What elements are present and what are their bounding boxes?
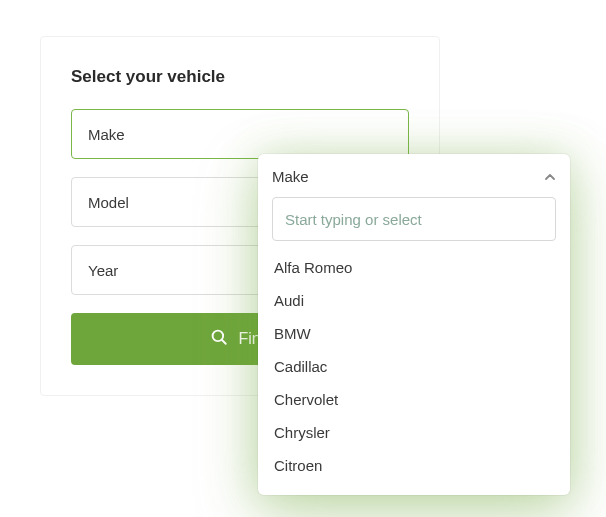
make-field[interactable]: Make [71, 109, 409, 159]
list-item[interactable]: Citroen [272, 449, 552, 482]
year-field-label: Year [88, 262, 118, 279]
dropdown-options-list[interactable]: Alfa Romeo Audi BMW Cadillac Chervolet C… [272, 251, 556, 487]
dropdown-search-input[interactable] [272, 197, 556, 241]
list-item[interactable]: Audi [272, 284, 552, 317]
make-dropdown: Make Alfa Romeo Audi BMW Cadillac Chervo… [258, 154, 570, 495]
make-field-label: Make [88, 126, 125, 143]
list-item-truncated[interactable]: D • [272, 482, 552, 487]
list-item[interactable]: BMW [272, 317, 552, 350]
list-item[interactable]: Alfa Romeo [272, 251, 552, 284]
list-item[interactable]: Cadillac [272, 350, 552, 383]
svg-line-1 [222, 340, 226, 344]
card-title: Select your vehicle [71, 67, 409, 87]
dropdown-label: Make [272, 168, 309, 185]
dropdown-header[interactable]: Make [272, 168, 556, 185]
search-icon [210, 328, 228, 350]
list-item[interactable]: Chrysler [272, 416, 552, 449]
chevron-up-icon [544, 171, 556, 183]
list-item[interactable]: Chervolet [272, 383, 552, 416]
model-field-label: Model [88, 194, 129, 211]
